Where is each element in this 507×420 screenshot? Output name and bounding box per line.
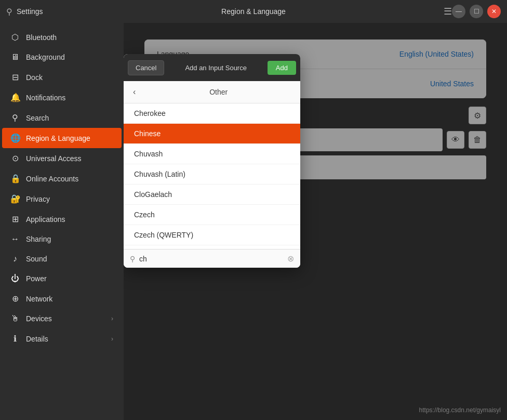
list-item-clogaelach[interactable]: CloGaelach (124, 185, 300, 205)
sidebar-item-label: Privacy (26, 195, 50, 203)
sidebar-item-label: Background (26, 53, 65, 61)
sidebar-item-label: Applications (26, 215, 65, 224)
input-source-actions: 👁 🗑 (447, 131, 486, 149)
sound-icon: ♪ (10, 254, 20, 264)
language-value: English (United States) (399, 50, 474, 58)
privacy-icon: 🔐 (10, 194, 20, 204)
sidebar-item-label: Sharing (26, 235, 51, 243)
sidebar-item-label: Online Accounts (26, 175, 78, 183)
list-item-cherokee[interactable]: Cherokee (124, 103, 300, 124)
sidebar-item-sound[interactable]: ♪ Sound (2, 249, 122, 269)
universal-access-icon: ⊙ (10, 153, 20, 163)
sidebar-item-online-accounts[interactable]: 🔒 Online Accounts (2, 168, 122, 189)
dialog-search-input[interactable] (139, 255, 283, 263)
sidebar-item-label: Details (26, 335, 48, 343)
background-icon: 🖥 (10, 52, 20, 62)
watermark: https://blog.csdn.net/gymaisyl (419, 406, 501, 414)
bluetooth-icon: ⬡ (10, 32, 20, 42)
maximize-button[interactable]: ☐ (470, 5, 483, 18)
sidebar-item-notifications[interactable]: 🔔 Notifications (2, 87, 122, 108)
devices-icon: 🖱 (10, 314, 20, 323)
sidebar-item-label: Universal Access (26, 154, 82, 163)
list-item-czech-qwerty[interactable]: Czech (QWERTY) (124, 225, 300, 245)
sidebar-item-power[interactable]: ⏻ Power (2, 269, 122, 288)
region-icon: 🌐 (10, 133, 20, 143)
sidebar-item-network[interactable]: ⊕ Network (2, 288, 122, 309)
menu-icon[interactable]: ☰ (444, 6, 452, 17)
sidebar-item-label: Dock (26, 73, 43, 82)
chevron-right-details-icon: › (111, 335, 113, 343)
sidebar-item-bluetooth[interactable]: ⬡ Bluetooth (2, 27, 122, 47)
dock-icon: ⊟ (10, 72, 20, 82)
sidebar-item-universal-access[interactable]: ⊙ Universal Access (2, 148, 122, 168)
window-controls: — ☐ ✕ (452, 5, 501, 18)
sidebar-item-label: Notifications (26, 94, 65, 102)
sidebar-item-sharing[interactable]: ↔ Sharing (2, 229, 122, 249)
chevron-right-icon: › (111, 315, 113, 322)
sidebar-item-label: Bluetooth (26, 33, 57, 42)
dialog-list: Cherokee Chinese Chuvash Chuvash (Latin)… (124, 103, 300, 249)
sharing-icon: ↔ (10, 234, 20, 244)
sidebar-item-privacy[interactable]: 🔐 Privacy (2, 189, 122, 209)
applications-icon: ⊞ (10, 214, 20, 224)
content-area: Language English (United States) Formats… (124, 23, 507, 420)
dialog-search-bar: ⚲ ⊗ (124, 249, 300, 268)
power-icon: ⏻ (10, 274, 20, 283)
sidebar-item-label: Power (26, 274, 47, 283)
sidebar-item-label: Sound (26, 255, 47, 263)
sidebar-item-applications[interactable]: ⊞ Applications (2, 209, 122, 229)
minimize-button[interactable]: — (452, 5, 465, 18)
details-icon: ℹ (10, 334, 20, 344)
network-icon: ⊕ (10, 294, 20, 304)
preview-button[interactable]: 👁 (447, 131, 464, 149)
window-title: Region & Language (221, 7, 286, 16)
close-button[interactable]: ✕ (487, 5, 501, 18)
dialog-list-header: ‹ Other (124, 81, 300, 103)
notifications-icon: 🔔 (10, 93, 20, 102)
dialog-cancel-button[interactable]: Cancel (128, 60, 164, 75)
dialog-search-clear-icon[interactable]: ⊗ (287, 254, 294, 264)
search-icon: ⚲ (6, 7, 12, 17)
back-button[interactable]: ‹ (130, 86, 139, 98)
sidebar-item-region-language[interactable]: 🌐 Region & Language (2, 128, 122, 148)
list-item-chuvash[interactable]: Chuvash (124, 144, 300, 164)
sidebar-item-label: Devices (26, 314, 52, 323)
list-item-chuvash-latin[interactable]: Chuvash (Latin) (124, 164, 300, 185)
sidebar-item-search[interactable]: ⚲ Search (2, 108, 122, 128)
delete-button[interactable]: 🗑 (469, 131, 486, 149)
formats-value: United States (430, 80, 474, 88)
sidebar-item-label: Region & Language (26, 134, 90, 142)
main-layout: ⬡ Bluetooth 🖥 Background ⊟ Dock 🔔 Notifi… (0, 23, 507, 420)
sidebar-item-background[interactable]: 🖥 Background (2, 47, 122, 67)
list-item-czech-qwerty-ext[interactable]: Czech (QWERTY, extended backslash) (124, 245, 300, 249)
app-name: Settings (17, 7, 412, 16)
dialog-add-button[interactable]: Add (268, 61, 296, 75)
list-item-czech[interactable]: Czech (124, 205, 300, 225)
dialog-search-icon: ⚲ (130, 255, 135, 263)
sidebar-item-label: Search (26, 114, 49, 122)
gear-button[interactable]: ⚙ (469, 107, 486, 124)
list-item-chinese[interactable]: Chinese (124, 124, 300, 144)
dialog-title: Add an Input Source (166, 64, 265, 72)
sidebar-item-devices[interactable]: 🖱 Devices › (2, 309, 122, 329)
sidebar-item-dock[interactable]: ⊟ Dock (2, 67, 122, 87)
add-input-source-dialog: Cancel Add an Input Source Add ‹ Other C… (124, 54, 300, 268)
online-accounts-icon: 🔒 (10, 174, 20, 183)
dialog-list-title: Other (143, 88, 294, 96)
titlebar: ⚲ Settings ☰ Region & Language — ☐ ✕ (0, 0, 507, 23)
sidebar-item-label: Network (26, 295, 52, 303)
dialog-header: Cancel Add an Input Source Add (124, 54, 300, 81)
sidebar: ⬡ Bluetooth 🖥 Background ⊟ Dock 🔔 Notifi… (0, 23, 124, 420)
search-nav-icon: ⚲ (10, 113, 20, 123)
sidebar-item-details[interactable]: ℹ Details › (2, 329, 122, 349)
